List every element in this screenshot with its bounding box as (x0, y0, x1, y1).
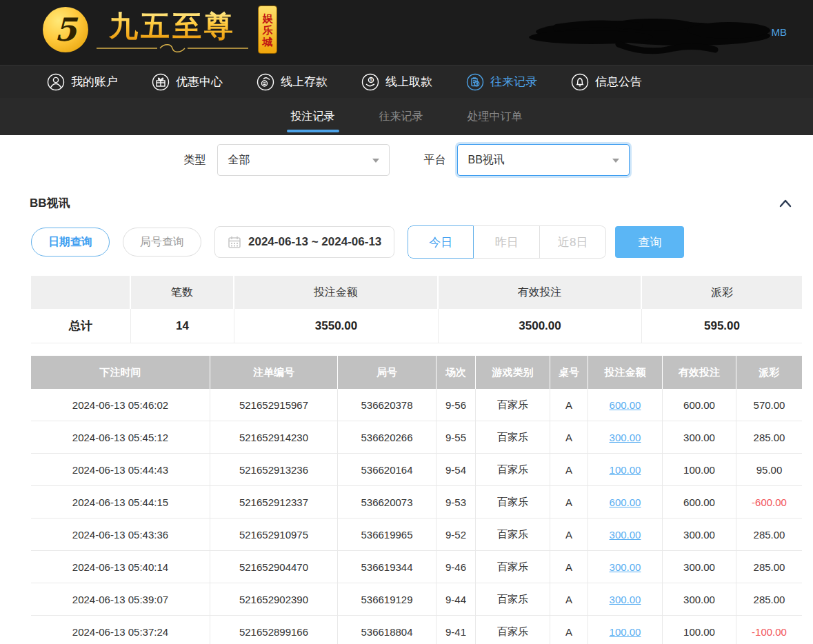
cell-round-no: 536620378 (338, 389, 436, 421)
cell-bet-amount: 300.00 (588, 583, 663, 616)
cell-valid-bet: 300.00 (663, 519, 736, 551)
svg-text:$: $ (370, 77, 372, 82)
nav-item-promotions[interactable]: 优惠中心 (152, 73, 223, 91)
table-row: 2024-06-13 05:44:15521652912337536620073… (31, 486, 802, 519)
type-select[interactable]: 全部 (217, 144, 390, 176)
cell-table-no: A (550, 486, 588, 519)
cell-bet-amount: 300.00 (588, 421, 663, 454)
nav-item-transaction-records[interactable]: 往来记录 (466, 73, 537, 91)
tab-transaction-records[interactable]: 往来记录 (379, 98, 423, 135)
cell-game-type: 百家乐 (476, 486, 550, 519)
cell-payout: 285.00 (736, 421, 802, 454)
cell-session: 9-56 (436, 389, 476, 421)
deposit-icon (257, 73, 274, 91)
bet-amount-link[interactable]: 100.00 (610, 464, 641, 476)
summary-header-blank (31, 276, 131, 309)
top-header: 5 九五至尊 娱 乐 城 MB (0, 0, 813, 65)
bet-amount-link[interactable]: 300.00 (610, 594, 641, 605)
bet-amount-link[interactable]: 300.00 (610, 432, 641, 443)
nav-item-withdraw[interactable]: $ 线上取款 (361, 73, 432, 91)
date-range-value: 2024-06-13 ~ 2024-06-13 (248, 235, 381, 249)
record-tabs: 投注记录 往来记录 处理中订单 (0, 98, 813, 135)
cell-order-no: 521652902390 (210, 583, 338, 616)
cell-valid-bet: 100.00 (663, 454, 736, 486)
cell-bet-amount: 600.00 (588, 389, 663, 421)
bet-amount-link[interactable]: 600.00 (610, 399, 641, 411)
date-query-button[interactable]: 日期查询 (31, 228, 110, 256)
chevron-up-icon (779, 199, 792, 208)
records-table-body: 2024-06-13 05:46:02521652915967536620378… (31, 389, 802, 644)
cell-table-no: A (550, 616, 588, 644)
cell-game-type: 百家乐 (476, 583, 550, 616)
cell-bet-time: 2024-06-13 05:39:07 (31, 583, 210, 616)
search-button[interactable]: 查询 (615, 226, 684, 258)
tab-bet-records[interactable]: 投注记录 (291, 98, 335, 135)
round-query-button[interactable]: 局号查询 (123, 228, 201, 256)
summary-total-row: 总计 14 3550.00 3500.00 595.00 (31, 309, 802, 343)
cell-payout: -600.00 (736, 486, 802, 519)
cell-payout: 285.00 (736, 519, 802, 551)
summary-valid-bet-value: 3500.00 (439, 309, 642, 343)
site-logo[interactable]: 5 九五至尊 娱 乐 城 (43, 6, 277, 54)
summary-count-value: 14 (131, 309, 234, 343)
cell-round-no: 536620164 (338, 454, 436, 486)
cell-bet-time: 2024-06-13 05:45:12 (31, 421, 210, 454)
summary-header-count: 笔数 (131, 276, 234, 309)
cell-order-no: 521652899166 (210, 616, 338, 644)
cell-round-no: 536619344 (338, 551, 436, 583)
cell-order-no: 521652912337 (210, 486, 338, 519)
cell-game-type: 百家乐 (476, 616, 550, 644)
summary-bet-amount-value: 3550.00 (234, 309, 439, 343)
cell-session: 9-53 (436, 486, 476, 519)
cell-bet-time: 2024-06-13 05:40:14 (31, 551, 210, 583)
collapse-section-button[interactable] (779, 199, 792, 208)
balance-currency-suffix: MB (772, 26, 787, 38)
logo-badge: 娱 乐 城 (258, 6, 277, 54)
cell-session: 9-52 (436, 519, 476, 551)
cell-game-type: 百家乐 (476, 454, 550, 486)
table-row: 2024-06-13 05:39:07521652902390536619129… (31, 583, 802, 616)
cell-table-no: A (550, 583, 588, 616)
flourish-icon (97, 44, 248, 52)
tab-pending-orders[interactable]: 处理中订单 (468, 98, 523, 135)
date-range-picker[interactable]: 2024-06-13 ~ 2024-06-13 (214, 226, 394, 258)
bet-amount-link[interactable]: 100.00 (610, 626, 641, 638)
nav-item-announcements[interactable]: 信息公告 (571, 73, 642, 91)
cell-round-no: 536618804 (338, 616, 436, 644)
section-title: BB视讯 (30, 195, 70, 211)
summary-header-valid-bet: 有效投注 (439, 276, 642, 309)
table-row: 2024-06-13 05:40:14521652904470536619344… (31, 551, 802, 583)
platform-select[interactable]: BB视讯 (457, 144, 630, 176)
cell-round-no: 536619129 (338, 583, 436, 616)
today-button[interactable]: 今日 (408, 225, 474, 259)
last-8-days-button[interactable]: 近8日 (540, 225, 606, 259)
cell-valid-bet: 300.00 (663, 583, 736, 616)
cell-valid-bet: 600.00 (663, 389, 736, 421)
cell-bet-time: 2024-06-13 05:46:02 (31, 389, 210, 421)
bet-amount-link[interactable]: 300.00 (610, 561, 641, 573)
cell-round-no: 536620266 (338, 421, 436, 454)
summary-payout-value: 595.00 (642, 309, 802, 343)
cell-bet-amount: 300.00 (588, 551, 663, 583)
records-table-header: 下注时间 注单编号 局号 场次 游戏类别 桌号 投注金额 有效投注 派彩 (31, 356, 802, 389)
summary-total-label: 总计 (31, 309, 131, 343)
bet-amount-link[interactable]: 600.00 (610, 496, 641, 508)
cell-bet-amount: 300.00 (588, 519, 663, 551)
cell-table-no: A (550, 519, 588, 551)
yesterday-button[interactable]: 昨日 (474, 225, 540, 259)
main-nav: 我的账户 优惠中心 线上存款 $ 线上取款 (0, 65, 813, 98)
table-row: 2024-06-13 05:44:43521652913236536620164… (31, 454, 802, 486)
cell-valid-bet: 100.00 (663, 616, 736, 644)
cell-payout: 570.00 (736, 389, 802, 421)
platform-section-header: BB视讯 (30, 195, 802, 211)
bet-amount-link[interactable]: 300.00 (610, 529, 641, 541)
nav-item-deposit[interactable]: 线上存款 (257, 73, 328, 91)
cell-session: 9-46 (436, 551, 476, 583)
chevron-down-icon (612, 159, 619, 163)
site-title: 九五至尊 (109, 7, 236, 46)
nav-item-my-account[interactable]: 我的账户 (47, 73, 118, 91)
cell-table-no: A (550, 389, 588, 421)
cell-session: 9-54 (436, 454, 476, 486)
cell-session: 9-55 (436, 421, 476, 454)
cell-game-type: 百家乐 (476, 389, 550, 421)
